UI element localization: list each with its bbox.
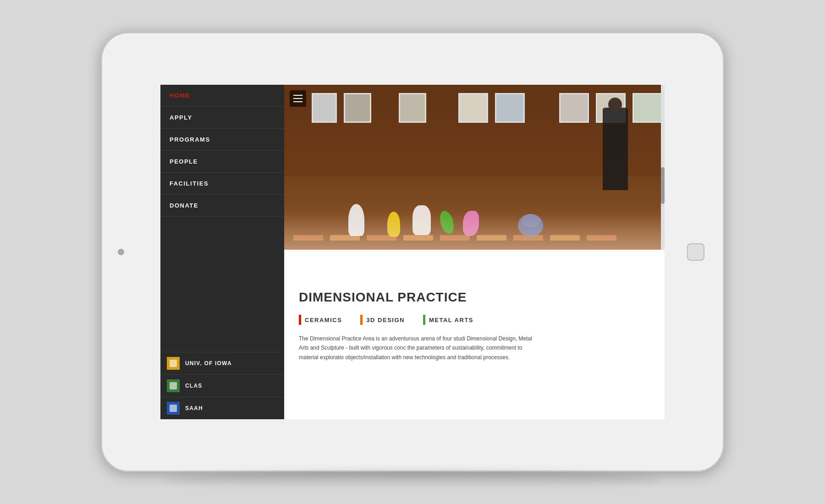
hamburger-menu-button[interactable]: [290, 90, 306, 107]
sidebar-item-home[interactable]: HOME: [160, 85, 284, 107]
main-content: DIMENSIONAL PRACTICE CERAMICS3D DESIGNME…: [284, 85, 665, 419]
hero-area: [284, 85, 665, 250]
page-title: DIMENSIONAL PRACTICE: [299, 290, 646, 305]
univ-iowa-label: UNIV. OF IOWA: [185, 360, 232, 367]
content-panel: DIMENSIONAL PRACTICE CERAMICS3D DESIGNME…: [284, 277, 661, 419]
sidebar-item-donate[interactable]: DONATE: [160, 195, 284, 217]
sidebar-item-facilities[interactable]: FACILITIES: [160, 173, 284, 195]
ipad-reflection: [164, 471, 660, 489]
hero-image: [284, 85, 665, 250]
program-link-ceramics[interactable]: CERAMICS: [299, 315, 342, 325]
sidebar-item-clas[interactable]: CLAS: [160, 374, 284, 397]
scrollbar-track: [661, 85, 665, 250]
scrollbar-thumb[interactable]: [661, 167, 665, 204]
hamburger-line-2: [293, 98, 302, 99]
saah-icon: [167, 402, 180, 415]
program-link-metal-arts[interactable]: METAL ARTS: [423, 315, 473, 325]
ipad-screen: HOMEAPPLYPROGRAMSPEOPLEFACILITIESDONATE …: [160, 85, 665, 419]
clas-icon: [167, 379, 180, 392]
program-links: CERAMICS3D DESIGNMETAL ARTS: [299, 315, 646, 325]
program-color-bar: [299, 315, 301, 325]
hamburger-line-1: [293, 95, 302, 96]
program-label: METAL ARTS: [429, 317, 473, 323]
sidebar-item-apply[interactable]: APPLY: [160, 107, 284, 129]
sidebar: HOMEAPPLYPROGRAMSPEOPLEFACILITIESDONATE …: [160, 85, 284, 419]
clas-label: CLAS: [185, 383, 202, 389]
univ-iowa-icon: [167, 357, 180, 370]
description-text: The Dimensional Practice Area is an adve…: [299, 334, 537, 362]
hamburger-line-3: [293, 101, 302, 102]
ipad-home-button[interactable]: [687, 243, 704, 261]
ipad-camera: [118, 249, 124, 255]
sidebar-item-programs[interactable]: PROGRAMS: [160, 129, 284, 151]
ipad-frame: HOMEAPPLYPROGRAMSPEOPLEFACILITIESDONATE …: [101, 32, 724, 472]
sidebar-item-univ-iowa[interactable]: UNIV. OF IOWA: [160, 352, 284, 374]
sidebar-item-saah[interactable]: SAAH: [160, 397, 284, 419]
program-link-3d-design[interactable]: 3D DESIGN: [360, 315, 405, 325]
saah-label: SAAH: [185, 405, 203, 411]
sidebar-item-people[interactable]: PEOPLE: [160, 151, 284, 173]
program-label: 3D DESIGN: [366, 317, 405, 323]
program-color-bar: [423, 315, 425, 325]
program-color-bar: [360, 315, 363, 325]
program-label: CERAMICS: [305, 317, 342, 323]
